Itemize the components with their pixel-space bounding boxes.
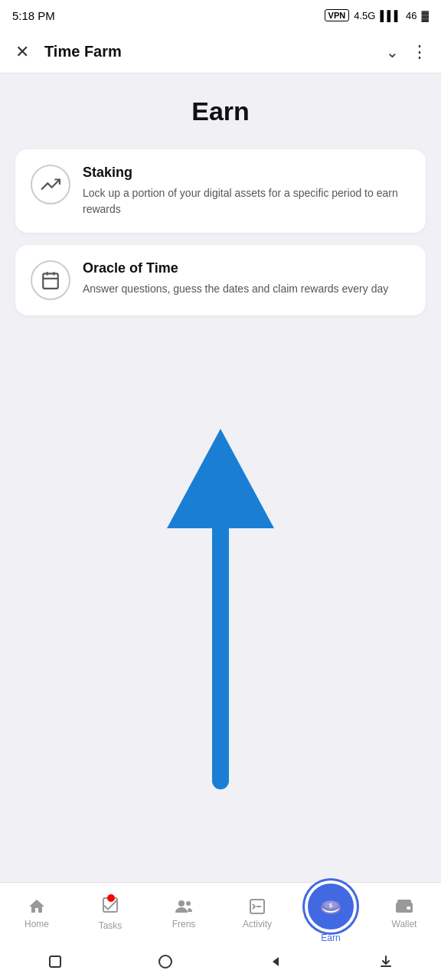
android-download-btn[interactable] [371, 946, 401, 977]
network-indicator: 4.5G [354, 10, 375, 21]
nav-tasks[interactable]: Tasks [74, 896, 147, 931]
chevron-down-icon[interactable]: ⌄ [386, 43, 399, 61]
android-back-btn[interactable] [260, 946, 291, 977]
wallet-icon [395, 897, 413, 916]
tasks-label: Tasks [99, 920, 122, 931]
home-label: Home [24, 919, 49, 929]
bottom-nav: Home Tasks Frens Activity [0, 882, 441, 943]
android-nav-bar [0, 943, 441, 980]
main-content: Earn Staking Lock up a portion of your d… [0, 74, 441, 882]
app-title: Time Farm [44, 43, 122, 60]
staking-icon-wrap [31, 165, 70, 204]
svg-point-8 [178, 900, 185, 906]
svg-rect-0 [43, 273, 58, 289]
status-time: 5:18 PM [12, 9, 55, 22]
activity-label: Activity [243, 919, 272, 929]
svg-text:$: $ [329, 902, 333, 909]
battery-icon: ▓ [422, 10, 429, 21]
staking-description: Lock up a portion of your digital assets… [83, 185, 410, 217]
home-icon [28, 897, 46, 916]
svg-point-16 [159, 956, 172, 968]
vpn-indicator: VPN [325, 9, 350, 21]
oracle-icon-wrap [31, 260, 70, 300]
app-bar: ✕ Time Farm ⌄ ⋮ [0, 31, 441, 74]
earn-coin-icon: $ [319, 895, 342, 918]
battery-indicator: 46 [406, 10, 416, 21]
oracle-description: Answer questions, guess the dates and cl… [83, 281, 388, 297]
staking-text: Staking Lock up a portion of your digita… [83, 165, 410, 217]
oracle-title: Oracle of Time [83, 260, 388, 276]
calendar-icon [41, 270, 60, 290]
signal-icon: ▌▌▌ [380, 10, 401, 21]
close-button[interactable]: ✕ [12, 39, 32, 65]
nav-home[interactable]: Home [0, 897, 74, 929]
svg-point-9 [186, 901, 191, 906]
android-square-btn[interactable] [40, 946, 70, 977]
frens-label: Frens [172, 919, 196, 929]
app-bar-right: ⌄ ⋮ [386, 42, 429, 62]
nav-earn[interactable]: $ Earn [294, 884, 368, 943]
more-options-icon[interactable]: ⋮ [411, 42, 429, 62]
status-icons: VPN 4.5G ▌▌▌ 46 ▓ [325, 9, 429, 21]
svg-rect-15 [50, 956, 60, 967]
staking-title: Staking [83, 165, 410, 181]
trending-up-icon [41, 175, 60, 194]
svg-marker-17 [273, 957, 279, 966]
nav-frens[interactable]: Frens [147, 897, 220, 929]
earn-label: Earn [321, 933, 340, 943]
tasks-badge [107, 894, 115, 902]
activity-icon [248, 897, 266, 916]
app-bar-left: ✕ Time Farm [12, 39, 122, 65]
nav-wallet[interactable]: Wallet [368, 897, 441, 929]
page-title: Earn [15, 96, 426, 126]
frens-icon [174, 897, 194, 916]
android-home-btn[interactable] [150, 946, 181, 977]
staking-card[interactable]: Staking Lock up a portion of your digita… [15, 149, 426, 233]
earn-circle: $ [308, 884, 354, 929]
oracle-text: Oracle of Time Answer questions, guess t… [83, 260, 388, 297]
status-bar: 5:18 PM VPN 4.5G ▌▌▌ 46 ▓ [0, 0, 441, 31]
oracle-card[interactable]: Oracle of Time Answer questions, guess t… [15, 245, 426, 315]
nav-activity[interactable]: Activity [220, 897, 294, 929]
wallet-label: Wallet [392, 919, 417, 929]
